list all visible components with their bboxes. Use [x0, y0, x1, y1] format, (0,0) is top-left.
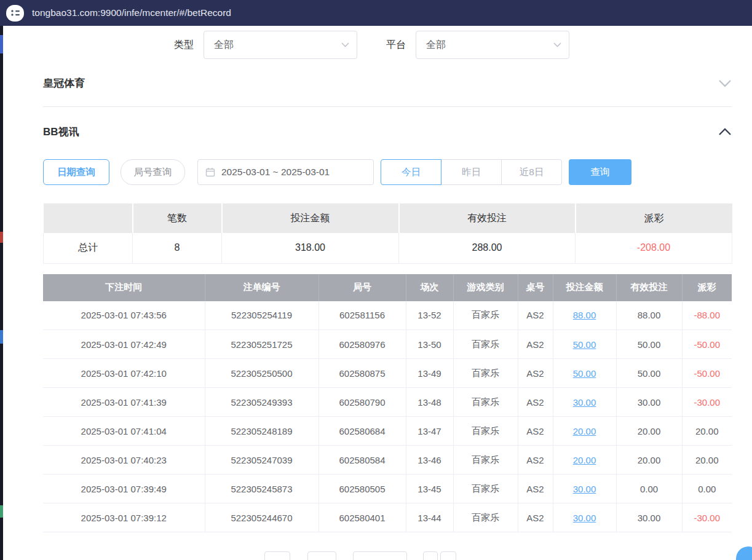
total-bet-amount: 318.00 [222, 233, 399, 263]
bet-amount-link[interactable]: 30.00 [553, 388, 616, 417]
session: 13-49 [406, 359, 453, 388]
bet-time: 2025-03-01 07:39:49 [43, 475, 205, 503]
summary-table: 笔数 投注金额 有效投注 派彩 总计 8 318.00 288.00 -208.… [43, 203, 732, 264]
platform-label: 平台 [386, 39, 406, 52]
table-number: AS2 [518, 301, 553, 330]
game-type: 百家乐 [453, 446, 518, 475]
session: 13-47 [406, 417, 453, 446]
type-select-value: 全部 [214, 39, 234, 52]
pagination-next-button[interactable] [423, 551, 438, 560]
bet-amount-link[interactable]: 88.00 [553, 301, 616, 330]
query-bar: 日期查询 局号查询 2025-03-01 ~ 2025-03-01 今日 昨日 … [43, 159, 732, 186]
edge-decoration [0, 505, 3, 518]
bet-amount-link[interactable]: 50.00 [553, 330, 616, 359]
browser-tab-icon[interactable] [6, 5, 24, 22]
edge-decoration [0, 232, 3, 243]
session: 13-50 [406, 330, 453, 359]
search-button[interactable]: 查询 [569, 159, 631, 185]
summary-header-row: 笔数 投注金额 有效投注 派彩 [44, 203, 732, 233]
order-number: 522305249393 [205, 388, 319, 417]
header-payout: 派彩 [682, 274, 732, 301]
section-crown-sports[interactable]: 皇冠体育 [43, 59, 732, 107]
pagination-jump-button[interactable] [440, 551, 456, 560]
bet-time: 2025-03-01 07:41:39 [43, 388, 205, 417]
bet-time: 2025-03-01 07:42:10 [43, 359, 205, 388]
round-number: 602581156 [319, 301, 406, 330]
total-valid-bet: 288.00 [399, 233, 576, 263]
chevron-down-icon[interactable] [718, 79, 732, 87]
valid-bet: 30.00 [616, 388, 682, 417]
valid-bet: 30.00 [616, 503, 682, 532]
table-row: 2025-03-01 07:40:23 522305247039 6025805… [43, 446, 732, 475]
type-label: 类型 [174, 39, 194, 52]
chevron-up-icon[interactable] [718, 128, 732, 136]
round-number: 602580401 [319, 503, 406, 532]
round-number: 602580790 [319, 388, 406, 417]
table-row: 2025-03-01 07:41:04 522305248189 6025806… [43, 417, 732, 446]
game-type: 百家乐 [453, 330, 518, 359]
yesterday-button[interactable]: 昨日 [441, 159, 502, 185]
table-row: 2025-03-01 07:41:39 522305249393 6025807… [43, 388, 732, 417]
header-table-number: 桌号 [518, 274, 553, 301]
game-type: 百家乐 [453, 301, 518, 330]
today-button[interactable]: 今日 [381, 159, 441, 185]
bet-amount-link[interactable]: 20.00 [553, 417, 616, 446]
payout: -50.00 [682, 330, 732, 359]
payout: -30.00 [682, 503, 732, 532]
summary-header-bet-amount: 投注金额 [222, 203, 399, 233]
order-number: 522305245873 [205, 475, 319, 503]
order-number: 522305251725 [205, 330, 319, 359]
session: 13-46 [406, 446, 453, 475]
pagination-page-button[interactable] [307, 551, 336, 560]
platform-select[interactable]: 全部 [416, 31, 569, 59]
valid-bet: 50.00 [616, 359, 682, 388]
round-number: 602580505 [319, 475, 406, 503]
round-query-button[interactable]: 局号查询 [121, 159, 185, 185]
table-number: AS2 [518, 475, 553, 503]
header-session: 场次 [406, 274, 453, 301]
browser-address-bar: tongbao31.com:9900/infe/mcenter/#/betRec… [0, 0, 752, 26]
bet-amount-link[interactable]: 20.00 [553, 446, 616, 475]
order-number: 522305248189 [205, 417, 319, 446]
round-number: 602580875 [319, 359, 406, 388]
order-number: 522305244670 [205, 503, 319, 532]
detail-table-body: 2025-03-01 07:43:56 522305254119 6025811… [43, 301, 732, 532]
game-type: 百家乐 [453, 503, 518, 532]
session: 13-44 [406, 503, 453, 532]
date-range-picker[interactable]: 2025-03-01 ~ 2025-03-01 [197, 159, 374, 185]
float-action-button[interactable] [736, 546, 752, 560]
total-label: 总计 [44, 233, 133, 263]
section-title: BB视讯 [43, 125, 79, 139]
last-8-days-button[interactable]: 近8日 [501, 159, 562, 185]
detail-table: 下注时间 注单编号 局号 场次 游戏类别 桌号 投注金额 有效投注 派彩 202… [43, 274, 732, 533]
payout: 20.00 [682, 446, 732, 475]
game-type: 百家乐 [453, 417, 518, 446]
bet-time: 2025-03-01 07:41:04 [43, 417, 205, 446]
type-select[interactable]: 全部 [204, 31, 357, 59]
bet-amount-link[interactable]: 50.00 [553, 359, 616, 388]
total-payout: -208.00 [576, 233, 732, 263]
round-number: 602580976 [319, 330, 406, 359]
summary-header-payout: 派彩 [576, 203, 732, 233]
url-text[interactable]: tongbao31.com:9900/infe/mcenter/#/betRec… [32, 7, 231, 18]
pagination-prev-button[interactable] [264, 551, 290, 560]
background-window-edge [0, 26, 3, 560]
order-number: 522305254119 [205, 301, 319, 330]
date-query-button[interactable]: 日期查询 [43, 159, 109, 185]
order-number: 522305250500 [205, 359, 319, 388]
header-round-number: 局号 [319, 274, 406, 301]
summary-header-empty [44, 203, 133, 233]
table-row: 2025-03-01 07:39:12 522305244670 6025804… [43, 503, 732, 532]
bet-amount-link[interactable]: 30.00 [553, 503, 616, 532]
chevron-down-icon [341, 42, 349, 47]
section-bb-video[interactable]: BB视讯 [43, 107, 732, 154]
bet-amount-link[interactable]: 30.00 [553, 475, 616, 503]
session: 13-52 [406, 301, 453, 330]
table-row: 2025-03-01 07:39:49 522305245873 6025805… [43, 475, 732, 503]
header-game-type: 游戏类别 [453, 274, 518, 301]
pagination-size-select[interactable] [353, 551, 407, 560]
summary-header-valid-bet: 有效投注 [399, 203, 576, 233]
summary-header-count: 笔数 [133, 203, 222, 233]
payout: 0.00 [682, 475, 732, 503]
bet-time: 2025-03-01 07:40:23 [43, 446, 205, 475]
